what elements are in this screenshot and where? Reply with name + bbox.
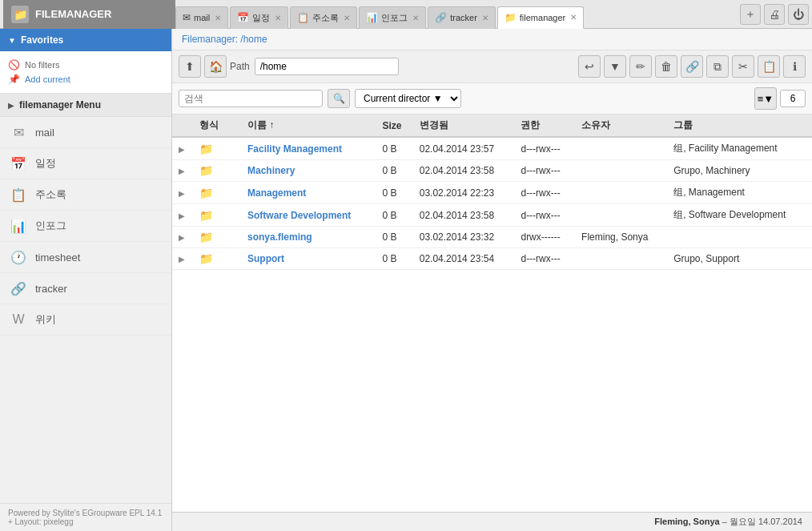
main-layout: ▼ Favorites 🚫 No filters 📌 Add current ▶… — [0, 29, 812, 531]
edit-button[interactable]: ✏ — [629, 55, 652, 78]
tab-close-tab3[interactable]: ✕ — [344, 14, 350, 22]
sidebar-label-calendar: 일정 — [35, 156, 56, 171]
row-expand-4[interactable]: ▶ — [172, 227, 193, 248]
sidebar-icon-timesheet: 🕐 — [10, 248, 27, 266]
info-button[interactable]: ℹ — [783, 55, 806, 78]
filemanager-menu-item[interactable]: ▶ filemanager Menu — [0, 94, 171, 117]
sidebar: ▼ Favorites 🚫 No filters 📌 Add current ▶… — [0, 29, 172, 531]
paste-button[interactable]: 📋 — [758, 55, 780, 78]
power-button[interactable]: ⏻ — [788, 4, 809, 25]
column-header-perms[interactable]: 권한 — [514, 115, 575, 137]
expand-icon-3[interactable]: ▶ — [179, 211, 185, 220]
app-logo: 📁 FILEMANAGER — [3, 0, 175, 29]
tab-tab5[interactable]: 🔗tracker✕ — [428, 6, 496, 29]
file-owner-5 — [575, 248, 667, 270]
add-current-button[interactable]: 📌 Add current — [8, 72, 163, 86]
file-name-cell-1[interactable]: Machinery — [241, 160, 376, 182]
path-input[interactable] — [255, 58, 399, 75]
folder-icon-4: 📁 — [199, 231, 213, 243]
copy-button[interactable]: ⧉ — [706, 55, 729, 78]
breadcrumb-text: Filemanager: /home — [182, 34, 267, 45]
file-group-2: 组, Management — [667, 182, 812, 204]
favorites-label: Favorites — [21, 34, 63, 46]
home-button[interactable]: 🏠 — [204, 55, 227, 78]
navigate-up-button[interactable]: ⬆ — [179, 55, 201, 78]
row-expand-5[interactable]: ▶ — [172, 248, 193, 270]
sidebar-icon-calendar: 📅 — [10, 155, 27, 172]
directory-select[interactable]: Current director ▼ — [355, 89, 461, 108]
favorites-section: ▼ Favorites 🚫 No filters 📌 Add current ▶… — [0, 29, 171, 117]
file-name-cell-3[interactable]: Software Development — [241, 204, 376, 227]
table-row: ▶📁Management0 B03.02.2014 22:23d---rwx--… — [172, 182, 812, 204]
file-name-2[interactable]: Management — [247, 187, 306, 199]
sidebar-item-contacts[interactable]: 📋주소록 — [0, 179, 171, 211]
file-owner-3 — [575, 204, 667, 227]
row-expand-1[interactable]: ▶ — [172, 160, 193, 182]
sidebar-item-wiki[interactable]: W위키 — [0, 304, 171, 336]
file-name-cell-0[interactable]: Facility Management — [241, 137, 376, 160]
column-header-owner[interactable]: 소유자 — [575, 115, 667, 137]
tab-close-tab1[interactable]: ✕ — [215, 14, 221, 22]
tab-tab3[interactable]: 📋주소록✕ — [290, 6, 357, 29]
file-group-1: Grupo, Machinery — [667, 160, 812, 182]
tab-icon-tab2: 📅 — [237, 12, 249, 23]
back-button[interactable]: ↩ — [578, 55, 601, 78]
tab-close-tab5[interactable]: ✕ — [482, 14, 488, 22]
file-name-1[interactable]: Machinery — [247, 165, 295, 176]
sidebar-item-timesheet[interactable]: 🕐timesheet — [0, 242, 171, 273]
view-filter-button[interactable]: ≡▼ — [754, 87, 777, 110]
tab-tab2[interactable]: 📅일정✕ — [230, 6, 288, 29]
expand-icon-4[interactable]: ▶ — [179, 233, 185, 242]
tab-tab4[interactable]: 📊인포그✕ — [359, 6, 426, 29]
tab-tab6[interactable]: 📁filemanager✕ — [497, 6, 584, 29]
sidebar-item-mail[interactable]: ✉mail — [0, 117, 171, 148]
file-name-0[interactable]: Facility Management — [247, 143, 342, 155]
table-row: ▶📁Support0 B02.04.2014 23:54d---rwx---Gr… — [172, 248, 812, 270]
expand-icon-2[interactable]: ▶ — [179, 189, 185, 198]
row-expand-0[interactable]: ▶ — [172, 137, 193, 160]
expand-icon-1[interactable]: ▶ — [179, 167, 185, 175]
file-name-3[interactable]: Software Development — [247, 210, 351, 221]
file-name-4[interactable]: sonya.fleming — [247, 231, 312, 243]
sidebar-item-calendar[interactable]: 📅일정 — [0, 148, 171, 179]
expand-icon-0[interactable]: ▶ — [179, 145, 185, 154]
file-size-4: 0 B — [376, 227, 412, 248]
sidebar-nav: ✉mail📅일정📋주소록📊인포그🕐timesheet🔗trackerW위키 — [0, 117, 171, 336]
row-expand-3[interactable]: ▶ — [172, 204, 193, 227]
file-perms-0: d---rwx--- — [514, 137, 575, 160]
folder-icon-3: 📁 — [199, 209, 213, 222]
file-name-cell-5[interactable]: Support — [241, 248, 376, 270]
search-input[interactable] — [179, 90, 323, 107]
print-button[interactable]: 🖨 — [764, 4, 785, 25]
sidebar-item-tracker[interactable]: 🔗tracker — [0, 273, 171, 304]
add-tab-button[interactable]: ＋ — [740, 4, 761, 25]
file-size-0: 0 B — [376, 137, 412, 160]
column-header-name[interactable]: 이름 ↑ — [241, 115, 376, 137]
tab-close-tab6[interactable]: ✕ — [570, 13, 577, 22]
filter-button[interactable]: ▼ — [604, 55, 626, 78]
filter-icon: 🚫 — [8, 59, 20, 70]
status-separator: – — [722, 517, 730, 526]
cut-button[interactable]: ✂ — [732, 55, 754, 78]
column-header-type[interactable]: 형식 — [193, 115, 241, 137]
file-name-cell-4[interactable]: sonya.fleming — [241, 227, 376, 248]
file-perms-4: drwx------ — [514, 227, 575, 248]
file-name-5[interactable]: Support — [247, 253, 284, 264]
tab-close-tab2[interactable]: ✕ — [275, 14, 281, 22]
expand-icon-5[interactable]: ▶ — [179, 255, 185, 263]
tab-tab1[interactable]: ✉mail✕ — [175, 6, 228, 29]
favorites-header[interactable]: ▼ Favorites — [0, 29, 171, 51]
row-expand-2[interactable]: ▶ — [172, 182, 193, 204]
delete-button[interactable]: 🗑 — [655, 55, 677, 78]
tab-close-tab4[interactable]: ✕ — [412, 14, 419, 22]
file-name-cell-2[interactable]: Management — [241, 182, 376, 204]
sidebar-item-infolog[interactable]: 📊인포그 — [0, 211, 171, 242]
file-size-3: 0 B — [376, 204, 412, 227]
column-header-group[interactable]: 그룹 — [667, 115, 812, 137]
column-header-modified[interactable]: 변경됨 — [413, 115, 515, 137]
link-button[interactable]: 🔗 — [681, 55, 703, 78]
column-header-size[interactable]: Size — [376, 115, 412, 137]
table-row: ▶📁Software Development0 B02.04.2014 23:5… — [172, 204, 812, 227]
sidebar-label-infolog: 인포그 — [35, 219, 66, 233]
search-button[interactable]: 🔍 — [328, 89, 350, 108]
